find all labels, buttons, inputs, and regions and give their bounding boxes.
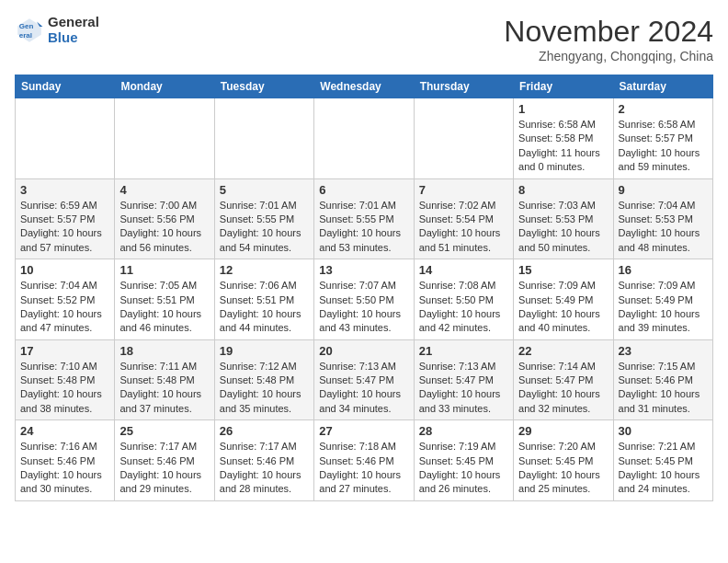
calendar-cell: 22Sunrise: 7:14 AM Sunset: 5:47 PM Dayli… xyxy=(514,339,613,420)
week-row-3: 10Sunrise: 7:04 AM Sunset: 5:52 PM Dayli… xyxy=(16,259,713,340)
day-info: Sunrise: 7:13 AM Sunset: 5:47 PM Dayligh… xyxy=(419,360,508,417)
calendar-cell: 9Sunrise: 7:04 AM Sunset: 5:53 PM Daylig… xyxy=(613,178,712,259)
calendar-table: SundayMondayTuesdayWednesdayThursdayFrid… xyxy=(15,75,713,501)
week-row-4: 17Sunrise: 7:10 AM Sunset: 5:48 PM Dayli… xyxy=(16,339,713,420)
calendar-cell: 13Sunrise: 7:07 AM Sunset: 5:50 PM Dayli… xyxy=(314,259,414,340)
calendar-cell: 27Sunrise: 7:18 AM Sunset: 5:46 PM Dayli… xyxy=(314,420,414,501)
day-number: 2 xyxy=(619,102,708,116)
weekday-header-row: SundayMondayTuesdayWednesdayThursdayFrid… xyxy=(16,75,713,98)
day-info: Sunrise: 7:03 AM Sunset: 5:53 PM Dayligh… xyxy=(518,199,608,256)
day-number: 15 xyxy=(518,263,608,277)
calendar-cell: 8Sunrise: 7:03 AM Sunset: 5:53 PM Daylig… xyxy=(514,178,613,259)
day-number: 4 xyxy=(119,183,209,197)
calendar-cell: 23Sunrise: 7:15 AM Sunset: 5:46 PM Dayli… xyxy=(613,339,712,420)
day-info: Sunrise: 7:15 AM Sunset: 5:46 PM Dayligh… xyxy=(619,360,708,417)
day-info: Sunrise: 7:07 AM Sunset: 5:50 PM Dayligh… xyxy=(319,279,408,336)
day-number: 1 xyxy=(518,102,608,116)
day-number: 17 xyxy=(20,344,109,358)
calendar-cell: 25Sunrise: 7:17 AM Sunset: 5:46 PM Dayli… xyxy=(115,420,214,501)
logo: Gen eral General Blue xyxy=(15,15,99,45)
day-number: 6 xyxy=(319,183,408,197)
title-block: November 2024 Zhengyang, Chongqing, Chin… xyxy=(504,15,713,63)
day-info: Sunrise: 7:08 AM Sunset: 5:50 PM Dayligh… xyxy=(419,279,508,336)
day-info: Sunrise: 6:58 AM Sunset: 5:57 PM Dayligh… xyxy=(619,118,708,175)
month-title: November 2024 xyxy=(504,15,713,49)
day-info: Sunrise: 6:58 AM Sunset: 5:58 PM Dayligh… xyxy=(518,118,608,175)
day-number: 8 xyxy=(518,183,608,197)
calendar-cell: 17Sunrise: 7:10 AM Sunset: 5:48 PM Dayli… xyxy=(16,339,115,420)
day-number: 14 xyxy=(419,263,508,277)
day-info: Sunrise: 7:04 AM Sunset: 5:53 PM Dayligh… xyxy=(619,199,708,256)
day-number: 16 xyxy=(619,263,708,277)
day-info: Sunrise: 7:04 AM Sunset: 5:52 PM Dayligh… xyxy=(20,279,109,336)
weekday-header-wednesday: Wednesday xyxy=(314,75,414,98)
calendar-cell: 20Sunrise: 7:13 AM Sunset: 5:47 PM Dayli… xyxy=(314,339,414,420)
calendar-cell xyxy=(214,98,313,179)
day-number: 12 xyxy=(220,263,309,277)
day-number: 26 xyxy=(220,424,309,438)
day-number: 11 xyxy=(119,263,209,277)
day-number: 22 xyxy=(518,344,608,358)
calendar-cell: 19Sunrise: 7:12 AM Sunset: 5:48 PM Dayli… xyxy=(214,339,313,420)
week-row-5: 24Sunrise: 7:16 AM Sunset: 5:46 PM Dayli… xyxy=(16,420,713,501)
calendar-cell: 1Sunrise: 6:58 AM Sunset: 5:58 PM Daylig… xyxy=(514,98,613,179)
day-info: Sunrise: 7:20 AM Sunset: 5:45 PM Dayligh… xyxy=(518,440,608,497)
day-info: Sunrise: 7:11 AM Sunset: 5:48 PM Dayligh… xyxy=(119,360,209,417)
day-info: Sunrise: 7:17 AM Sunset: 5:46 PM Dayligh… xyxy=(119,440,209,497)
calendar-cell: 14Sunrise: 7:08 AM Sunset: 5:50 PM Dayli… xyxy=(414,259,513,340)
weekday-header-saturday: Saturday xyxy=(613,75,712,98)
weekday-header-sunday: Sunday xyxy=(16,75,115,98)
logo-blue-text: Blue xyxy=(48,30,99,46)
day-info: Sunrise: 6:59 AM Sunset: 5:57 PM Dayligh… xyxy=(20,199,109,256)
calendar-cell: 5Sunrise: 7:01 AM Sunset: 5:55 PM Daylig… xyxy=(214,178,313,259)
calendar-cell: 12Sunrise: 7:06 AM Sunset: 5:51 PM Dayli… xyxy=(214,259,313,340)
day-info: Sunrise: 7:01 AM Sunset: 5:55 PM Dayligh… xyxy=(220,199,309,256)
day-info: Sunrise: 7:19 AM Sunset: 5:45 PM Dayligh… xyxy=(419,440,508,497)
calendar-cell: 3Sunrise: 6:59 AM Sunset: 5:57 PM Daylig… xyxy=(16,178,115,259)
day-number: 9 xyxy=(619,183,708,197)
day-number: 10 xyxy=(20,263,109,277)
weekday-header-friday: Friday xyxy=(514,75,613,98)
location: Zhengyang, Chongqing, China xyxy=(504,49,713,63)
day-number: 23 xyxy=(619,344,708,358)
day-number: 29 xyxy=(518,424,608,438)
day-info: Sunrise: 7:18 AM Sunset: 5:46 PM Dayligh… xyxy=(319,440,408,497)
page-header: Gen eral General Blue November 2024 Zhen… xyxy=(15,15,713,63)
week-row-2: 3Sunrise: 6:59 AM Sunset: 5:57 PM Daylig… xyxy=(16,178,713,259)
day-info: Sunrise: 7:01 AM Sunset: 5:55 PM Dayligh… xyxy=(319,199,408,256)
day-info: Sunrise: 7:17 AM Sunset: 5:46 PM Dayligh… xyxy=(220,440,309,497)
day-info: Sunrise: 7:02 AM Sunset: 5:54 PM Dayligh… xyxy=(419,199,508,256)
calendar-cell xyxy=(16,98,115,179)
calendar-cell: 24Sunrise: 7:16 AM Sunset: 5:46 PM Dayli… xyxy=(16,420,115,501)
calendar-cell: 10Sunrise: 7:04 AM Sunset: 5:52 PM Dayli… xyxy=(16,259,115,340)
logo-general: General xyxy=(48,15,99,30)
day-number: 30 xyxy=(619,424,708,438)
day-number: 21 xyxy=(419,344,508,358)
logo-icon: Gen eral xyxy=(15,16,44,45)
day-number: 24 xyxy=(20,424,109,438)
calendar-cell: 29Sunrise: 7:20 AM Sunset: 5:45 PM Dayli… xyxy=(514,420,613,501)
day-info: Sunrise: 7:12 AM Sunset: 5:48 PM Dayligh… xyxy=(220,360,309,417)
calendar-cell: 7Sunrise: 7:02 AM Sunset: 5:54 PM Daylig… xyxy=(414,178,513,259)
day-number: 25 xyxy=(119,424,209,438)
day-info: Sunrise: 7:13 AM Sunset: 5:47 PM Dayligh… xyxy=(319,360,408,417)
day-info: Sunrise: 7:00 AM Sunset: 5:56 PM Dayligh… xyxy=(119,199,209,256)
day-info: Sunrise: 7:10 AM Sunset: 5:48 PM Dayligh… xyxy=(20,360,109,417)
day-info: Sunrise: 7:21 AM Sunset: 5:45 PM Dayligh… xyxy=(619,440,708,497)
weekday-header-tuesday: Tuesday xyxy=(214,75,313,98)
day-info: Sunrise: 7:14 AM Sunset: 5:47 PM Dayligh… xyxy=(518,360,608,417)
calendar-cell: 6Sunrise: 7:01 AM Sunset: 5:55 PM Daylig… xyxy=(314,178,414,259)
calendar-cell: 30Sunrise: 7:21 AM Sunset: 5:45 PM Dayli… xyxy=(613,420,712,501)
calendar-cell: 2Sunrise: 6:58 AM Sunset: 5:57 PM Daylig… xyxy=(613,98,712,179)
day-number: 7 xyxy=(419,183,508,197)
day-info: Sunrise: 7:09 AM Sunset: 5:49 PM Dayligh… xyxy=(518,279,608,336)
svg-text:eral: eral xyxy=(19,31,32,40)
day-number: 18 xyxy=(119,344,209,358)
day-number: 27 xyxy=(319,424,408,438)
day-number: 13 xyxy=(319,263,408,277)
calendar-cell: 4Sunrise: 7:00 AM Sunset: 5:56 PM Daylig… xyxy=(115,178,214,259)
weekday-header-monday: Monday xyxy=(115,75,214,98)
day-info: Sunrise: 7:05 AM Sunset: 5:51 PM Dayligh… xyxy=(119,279,209,336)
weekday-header-thursday: Thursday xyxy=(414,75,513,98)
calendar-cell: 21Sunrise: 7:13 AM Sunset: 5:47 PM Dayli… xyxy=(414,339,513,420)
